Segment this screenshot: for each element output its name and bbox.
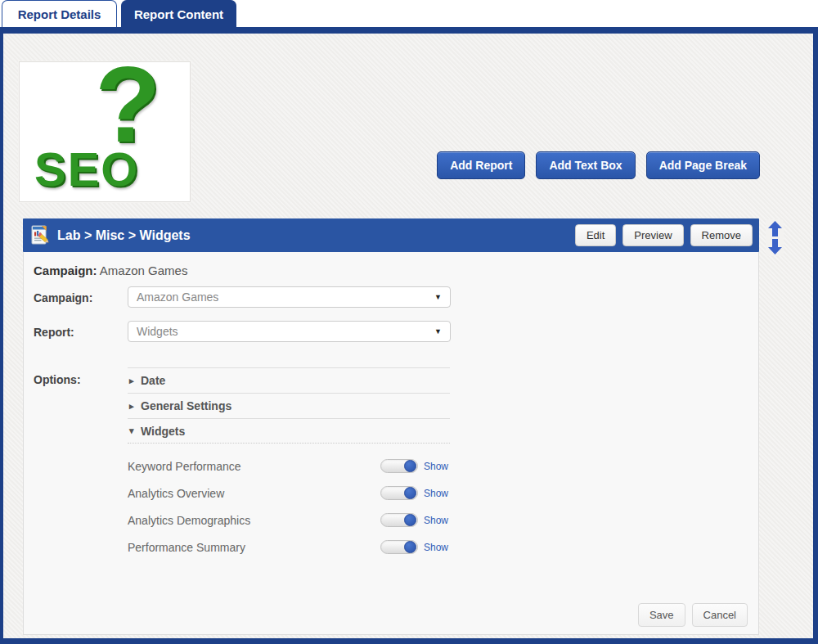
chevron-down-icon: ▼ bbox=[434, 327, 442, 336]
preview-button[interactable]: Preview bbox=[622, 224, 683, 246]
toggle-state-label: Show bbox=[424, 515, 450, 526]
show-toggle[interactable] bbox=[380, 513, 418, 527]
cancel-button[interactable]: Cancel bbox=[692, 603, 748, 627]
add-actions-toolbar: Add Report Add Text Box Add Page Break bbox=[437, 151, 760, 179]
show-toggle[interactable] bbox=[380, 540, 418, 554]
toggle-state-label: Show bbox=[424, 542, 450, 553]
report-block-panel: Lab > Misc > Widgets Edit Preview Remove… bbox=[23, 218, 759, 635]
add-report-button[interactable]: Add Report bbox=[437, 151, 525, 179]
widget-label: Keyword Performance bbox=[128, 460, 380, 473]
breadcrumb: Lab > Misc > Widgets bbox=[57, 228, 569, 243]
widgets-toggle-list: Keyword Performance Show Analytics Overv… bbox=[128, 453, 450, 561]
accordion-section-general-settings-label: General Settings bbox=[141, 399, 231, 412]
show-toggle[interactable] bbox=[380, 459, 418, 473]
seo-text-graphic: SEO bbox=[34, 142, 140, 196]
widget-label: Performance Summary bbox=[128, 541, 380, 554]
toggle-state-label: Show bbox=[424, 461, 450, 472]
campaign-select[interactable]: Amazon Games ▼ bbox=[128, 286, 451, 308]
campaign-summary-label: Campaign: bbox=[34, 263, 97, 277]
widget-label: Analytics Demographics bbox=[128, 514, 380, 527]
report-editor-window: Report Details Report Content ? SEO Add … bbox=[0, 0, 818, 644]
move-down-arrow-icon[interactable] bbox=[768, 239, 782, 254]
move-up-arrow-icon[interactable] bbox=[768, 221, 782, 236]
toggle-knob bbox=[404, 514, 416, 526]
campaign-summary: Campaign: Amazon Games bbox=[34, 263, 187, 277]
content-frame: ? SEO Add Report Add Text Box Add Page B… bbox=[0, 27, 818, 644]
tab-report-details[interactable]: Report Details bbox=[2, 0, 117, 27]
tab-report-details-label: Report Details bbox=[18, 7, 101, 21]
edit-button[interactable]: Edit bbox=[575, 224, 616, 246]
widget-row-performance-summary: Performance Summary Show bbox=[128, 534, 450, 561]
widget-row-analytics-overview: Analytics Overview Show bbox=[128, 480, 450, 507]
collapsed-caret-icon: ▸ bbox=[128, 401, 141, 412]
seo-logo-image: ? SEO bbox=[19, 61, 191, 202]
toggle-state-label: Show bbox=[424, 488, 450, 499]
report-field-label: Report: bbox=[34, 321, 125, 339]
tab-report-content[interactable]: Report Content bbox=[121, 0, 236, 27]
report-document-icon bbox=[29, 224, 51, 246]
collapsed-caret-icon: ▸ bbox=[128, 376, 141, 386]
tab-report-content-label: Report Content bbox=[134, 7, 223, 21]
toggle-knob bbox=[404, 541, 416, 553]
accordion-section-date[interactable]: ▸ Date bbox=[128, 367, 450, 393]
accordion-section-widgets-label: Widgets bbox=[141, 425, 185, 438]
chevron-down-icon: ▼ bbox=[434, 293, 442, 301]
widget-label: Analytics Overview bbox=[128, 487, 380, 500]
toggle-knob bbox=[404, 460, 416, 472]
report-block-body: Campaign: Amazon Games Campaign: Amazon … bbox=[23, 252, 759, 635]
add-text-box-button[interactable]: Add Text Box bbox=[536, 151, 635, 179]
accordion-section-widgets[interactable]: ▾ Widgets bbox=[128, 418, 450, 444]
campaign-summary-value: Amazon Games bbox=[100, 263, 188, 277]
widget-row-analytics-demographics: Analytics Demographics Show bbox=[128, 507, 450, 534]
panel-footer: Save Cancel bbox=[638, 603, 748, 627]
accordion-section-date-label: Date bbox=[141, 374, 165, 387]
campaign-select-value: Amazon Games bbox=[137, 290, 218, 304]
accordion-section-general-settings[interactable]: ▸ General Settings bbox=[128, 393, 450, 418]
options-label: Options: bbox=[34, 368, 125, 386]
report-select[interactable]: Widgets ▼ bbox=[128, 321, 451, 342]
expanded-caret-icon: ▾ bbox=[128, 426, 141, 436]
widget-row-keyword-performance: Keyword Performance Show bbox=[128, 453, 450, 480]
tab-bar: Report Details Report Content bbox=[0, 0, 818, 27]
save-button[interactable]: Save bbox=[638, 603, 685, 627]
add-page-break-button[interactable]: Add Page Break bbox=[646, 151, 760, 179]
toggle-knob bbox=[404, 487, 416, 499]
report-block-header: Lab > Misc > Widgets Edit Preview Remove bbox=[23, 218, 759, 252]
show-toggle[interactable] bbox=[380, 486, 418, 500]
block-reorder-controls bbox=[766, 219, 784, 256]
options-accordion: ▸ Date ▸ General Settings ▾ Widgets bbox=[128, 367, 450, 444]
remove-button[interactable]: Remove bbox=[690, 224, 753, 246]
campaign-field-label: Campaign: bbox=[34, 286, 125, 304]
report-select-value: Widgets bbox=[137, 325, 178, 338]
